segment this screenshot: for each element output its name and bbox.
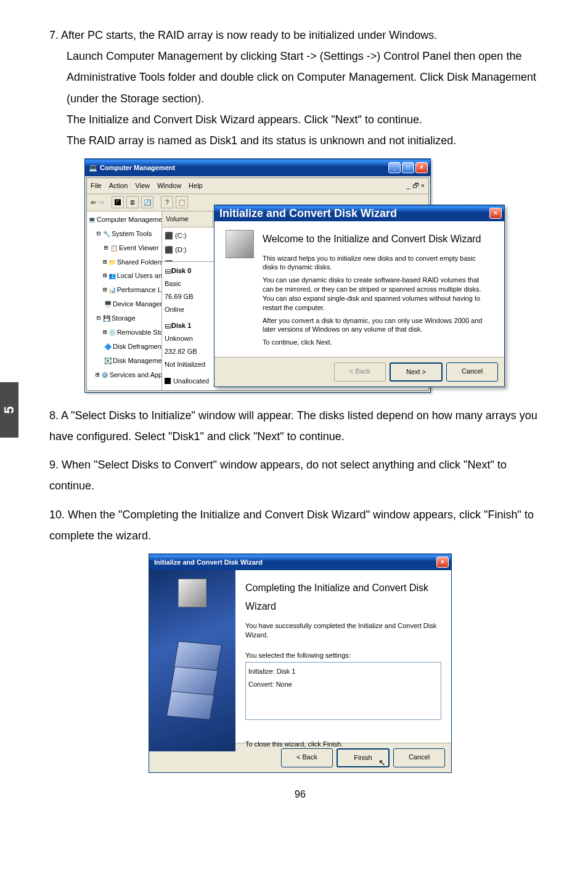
disk0-type: Basic <box>165 277 213 290</box>
wizard-2-window: Initialize and Convert Disk Wizard × Com… <box>149 554 452 773</box>
step-9-number: 9. <box>49 459 62 471</box>
disk0-status: Online <box>165 303 213 316</box>
mmc-tree[interactable]: 💻Computer Management (Local) ⊟🔧System To… <box>87 211 162 390</box>
mmc-menubar: File Action View Window Help _ 🗗 × <box>87 178 428 194</box>
menu-window[interactable]: Window <box>157 179 181 192</box>
wizard-1-p4: To continue, click Next. <box>263 338 491 347</box>
step-7: 7. After PC starts, the RAID array is no… <box>49 25 551 151</box>
wizard-2-finish-button[interactable]: Finish ↖ <box>337 748 390 767</box>
wizard-1-titlebar: Initialize and Convert Disk Wizard × <box>214 205 504 221</box>
wizard-2-settings-box: Initialize: Disk 1 Convert: None <box>245 662 441 720</box>
disk1-type: Unknown <box>165 332 213 345</box>
wizard-2-p3: To close this wizard, click Finish. <box>245 740 441 749</box>
tree-defrag[interactable]: Disk Defragmenter <box>113 340 162 353</box>
minimize-button[interactable]: _ <box>388 162 401 173</box>
step-10-body: When the "Completing the Initialize and … <box>49 509 534 542</box>
nav-back-icon[interactable]: ⇐ <box>91 196 96 209</box>
nav-forward-icon[interactable]: ⇒ <box>99 196 104 209</box>
wizard-1-cancel-button[interactable]: Cancel <box>446 362 498 382</box>
wizard-1-heading: Welcome to the Initialize and Convert Di… <box>263 230 491 248</box>
maximize-button[interactable]: □ <box>402 162 414 173</box>
cursor-icon: ↖ <box>378 754 386 771</box>
wizard-2-close[interactable]: × <box>436 557 449 568</box>
inner-window-controls: _ 🗗 × <box>406 179 425 192</box>
menu-view[interactable]: View <box>135 179 150 192</box>
tree-storage[interactable]: Storage <box>112 312 136 325</box>
step-7-number: 7. <box>49 29 61 41</box>
step-7-line-4: The RAID array is named as Disk1 and its… <box>67 130 551 151</box>
wizard-2-title: Initialize and Convert Disk Wizard <box>154 556 263 569</box>
tree-event-viewer[interactable]: Event Viewer <box>119 242 159 255</box>
wizard-2-titlebar: Initialize and Convert Disk Wizard × <box>149 554 451 570</box>
disk1-label: Disk 1 <box>171 322 191 329</box>
list-button[interactable]: 📋 <box>176 196 188 208</box>
step-9: 9. When "Select Disks to Convert" window… <box>49 454 551 496</box>
screenshot-1: 💻 Computer Management _ □ × File Action … <box>49 158 551 393</box>
wizard-2-cancel-button[interactable]: Cancel <box>393 748 445 767</box>
step-8-number: 8. <box>49 409 61 422</box>
close-button[interactable]: × <box>415 162 428 173</box>
tree-disk-management[interactable]: Disk Management <box>113 354 162 367</box>
wizard-2-heading: Completing the Initialize and Convert Di… <box>245 579 441 616</box>
wizard-1-icon <box>226 230 254 258</box>
wizard-2-sidebar <box>149 570 235 751</box>
chapter-tab: 5 <box>0 382 18 438</box>
disk1-size: 232.82 GB <box>165 345 213 358</box>
wizard-2-p2: You selected the following settings: <box>245 651 441 660</box>
tree-system-tools[interactable]: System Tools <box>112 227 152 240</box>
wizard-1-close[interactable]: × <box>489 208 502 219</box>
disk0-label: Disk 0 <box>171 267 191 274</box>
tree-local-users[interactable]: Local Users and Groups <box>117 269 162 282</box>
tree-device-manager[interactable]: Device Manager <box>113 298 162 311</box>
menu-action[interactable]: Action <box>109 179 128 192</box>
wizard-2-p1: You have successfully completed the Init… <box>245 621 441 640</box>
step-10-number: 10. <box>49 509 68 521</box>
vol-d[interactable]: (D:) <box>175 243 186 256</box>
disk1-status: Not Initialized <box>165 358 213 371</box>
step-9-body: When "Select Disks to Convert" window ap… <box>49 459 507 492</box>
up-button[interactable]: 🅿 <box>112 196 124 208</box>
page-number: 96 <box>49 785 551 804</box>
wizard-1-next-button[interactable]: Next > <box>390 362 443 382</box>
vol-c[interactable]: (C:) <box>175 229 186 242</box>
wizard-1-p1: This wizard helps you to initialize new … <box>263 254 491 272</box>
step-7-line-3: The Initialize and Convert Disk Wizard a… <box>67 109 551 130</box>
tree-performance[interactable]: Performance Logs and Alerts <box>117 284 162 296</box>
step-8: 8. A "Select Disks to Initialize" window… <box>49 405 551 447</box>
cm-title-icon: 💻 <box>89 161 97 174</box>
tree-removable-storage[interactable]: Removable Storage <box>117 326 162 339</box>
step-10: 10. When the "Completing the Initialize … <box>49 504 551 546</box>
legend-unallocated: Unallocated <box>173 375 209 388</box>
cm-titlebar: 💻 Computer Management _ □ × <box>85 159 430 176</box>
wizard-1-title: Initialize and Convert Disk Wizard <box>219 203 397 224</box>
wizard-2-settings-init: Initialize: Disk 1 <box>248 665 438 678</box>
disk0-size: 76.69 GB <box>165 290 213 303</box>
help-button[interactable]: ? <box>161 196 173 208</box>
tree-shared-folders[interactable]: Shared Folders <box>117 256 162 269</box>
wizard-2-back-button[interactable]: < Back <box>281 748 333 767</box>
refresh-button[interactable]: 🔄 <box>141 196 153 208</box>
screenshot-2: Initialize and Convert Disk Wizard × Com… <box>49 554 551 773</box>
step-7-line-2: Launch Computer Management by clicking S… <box>67 46 551 109</box>
wizard-1-p2: You can use dynamic disks to create soft… <box>263 276 491 312</box>
tree-services[interactable]: Services and Applications <box>110 369 162 382</box>
wizard-1-p3: After you convert a disk to dynamic, you… <box>263 316 491 335</box>
menu-file[interactable]: File <box>91 179 102 192</box>
page-content: 7. After PC starts, the RAID array is no… <box>0 0 588 816</box>
step-8-body: A "Select Disks to Initialize" window wi… <box>49 409 537 443</box>
wizard-1-window: Initialize and Convert Disk Wizard × Wel… <box>214 205 505 387</box>
tree-root[interactable]: Computer Management (Local) <box>97 213 162 226</box>
step-7-line-1: After PC starts, the RAID array is now r… <box>61 29 437 41</box>
cm-title: Computer Management <box>100 161 175 174</box>
col-volume[interactable]: Volume <box>162 211 213 227</box>
menu-help[interactable]: Help <box>189 179 203 192</box>
props-button[interactable]: 🗏 <box>126 196 139 208</box>
wizard-1-back-button: < Back <box>334 362 386 382</box>
wizard-2-settings-convert: Convert: None <box>248 678 438 691</box>
